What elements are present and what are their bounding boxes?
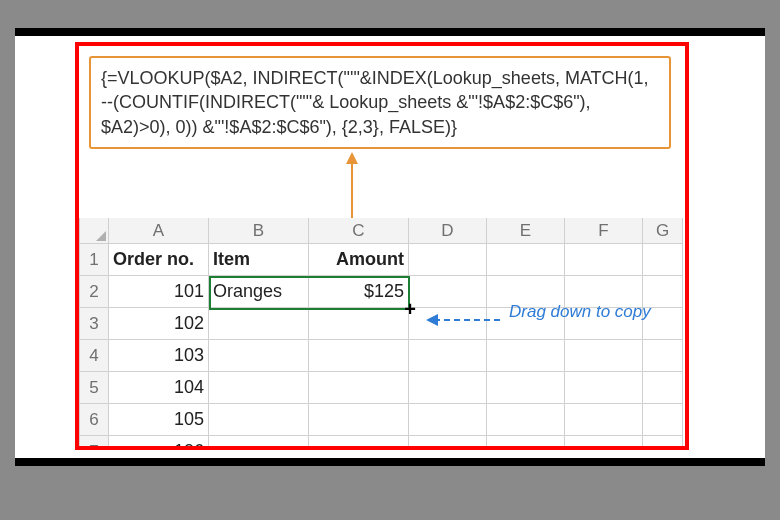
cell[interactable]: 104 — [109, 372, 209, 404]
column-header-row: A B C D E F G — [79, 218, 689, 244]
cell[interactable] — [409, 436, 487, 450]
cell[interactable] — [309, 404, 409, 436]
row-header[interactable]: 3 — [79, 308, 109, 340]
table-row: 6 105 — [79, 404, 689, 436]
cell[interactable] — [565, 340, 643, 372]
cell[interactable] — [209, 436, 309, 450]
table-row: 1 Order no. Item Amount — [79, 244, 689, 276]
cell[interactable]: 101 — [109, 276, 209, 308]
cell[interactable] — [487, 404, 565, 436]
cell[interactable] — [409, 244, 487, 276]
cell[interactable] — [409, 276, 487, 308]
callout-arrow-icon — [351, 154, 353, 218]
cell[interactable] — [209, 308, 309, 340]
row-header[interactable]: 5 — [79, 372, 109, 404]
svg-marker-1 — [426, 314, 438, 326]
image-frame: {=VLOOKUP($A2, INDIRECT("'"&INDEX(Lookup… — [15, 28, 765, 466]
cell[interactable]: Oranges — [209, 276, 309, 308]
formula-text: {=VLOOKUP($A2, INDIRECT("'"&INDEX(Lookup… — [101, 68, 649, 137]
cell[interactable] — [643, 436, 683, 450]
col-header[interactable]: B — [209, 218, 309, 244]
row-header[interactable]: 6 — [79, 404, 109, 436]
cell[interactable] — [487, 244, 565, 276]
row-header[interactable]: 4 — [79, 340, 109, 372]
cell[interactable]: 105 — [109, 404, 209, 436]
cell[interactable] — [487, 340, 565, 372]
cell[interactable] — [209, 372, 309, 404]
spreadsheet-grid[interactable]: A B C D E F G 1 Order no. Item Amount 2 — [79, 218, 689, 450]
cell[interactable] — [309, 308, 409, 340]
dashed-arrow-icon — [424, 310, 509, 330]
col-header[interactable]: G — [643, 218, 683, 244]
col-header[interactable]: F — [565, 218, 643, 244]
cell[interactable] — [487, 372, 565, 404]
formula-callout: {=VLOOKUP($A2, INDIRECT("'"&INDEX(Lookup… — [89, 56, 671, 149]
cell[interactable] — [643, 372, 683, 404]
cell[interactable] — [209, 404, 309, 436]
cell[interactable]: 103 — [109, 340, 209, 372]
cell[interactable] — [409, 404, 487, 436]
cell[interactable]: Order no. — [109, 244, 209, 276]
table-row: 4 103 — [79, 340, 689, 372]
cell[interactable] — [565, 436, 643, 450]
cell[interactable] — [565, 244, 643, 276]
col-header[interactable]: A — [109, 218, 209, 244]
cell[interactable] — [409, 372, 487, 404]
col-header[interactable]: C — [309, 218, 409, 244]
cell[interactable]: Item — [209, 244, 309, 276]
cell[interactable] — [309, 340, 409, 372]
cell[interactable] — [209, 340, 309, 372]
cell[interactable] — [643, 404, 683, 436]
col-header[interactable]: E — [487, 218, 565, 244]
row-header[interactable]: 7 — [79, 436, 109, 450]
row-header[interactable]: 2 — [79, 276, 109, 308]
cell[interactable]: $125 — [309, 276, 409, 308]
table-row: 7 106 — [79, 436, 689, 450]
cell[interactable] — [643, 340, 683, 372]
cell[interactable] — [409, 340, 487, 372]
table-row: 5 104 — [79, 372, 689, 404]
select-all-corner[interactable] — [79, 218, 109, 244]
cell[interactable] — [309, 436, 409, 450]
row-header[interactable]: 1 — [79, 244, 109, 276]
cell[interactable] — [643, 244, 683, 276]
cell[interactable] — [565, 404, 643, 436]
drag-hint: Drag down to copy — [509, 302, 651, 322]
screenshot-area: {=VLOOKUP($A2, INDIRECT("'"&INDEX(Lookup… — [75, 42, 689, 450]
cell[interactable]: 102 — [109, 308, 209, 340]
hint-text: Drag down to copy — [509, 302, 651, 321]
cell[interactable] — [309, 372, 409, 404]
cell[interactable] — [565, 372, 643, 404]
cell[interactable]: Amount — [309, 244, 409, 276]
col-header[interactable]: D — [409, 218, 487, 244]
cell[interactable]: 106 — [109, 436, 209, 450]
cell[interactable] — [487, 436, 565, 450]
